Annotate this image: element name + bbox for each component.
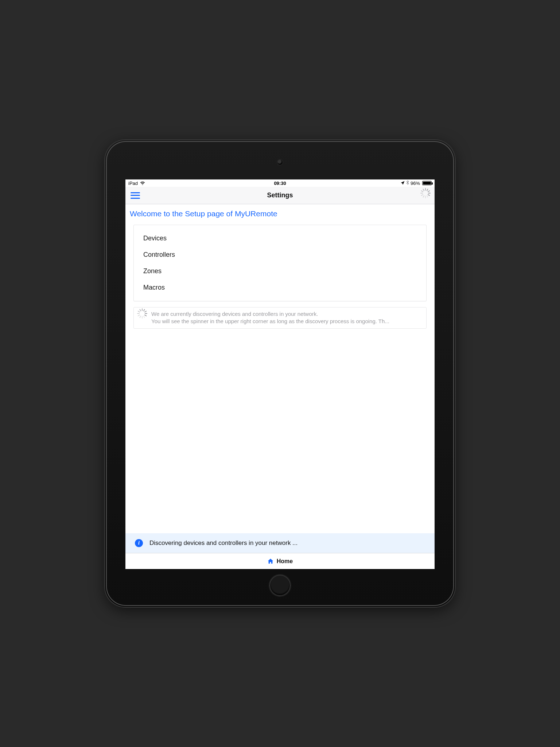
menu-item-controllers[interactable]: Controllers — [134, 247, 426, 263]
content-area: Welcome to the Setup page of MyURemote D… — [125, 204, 435, 533]
screen: iPad 09:30 96% Settings — [125, 179, 435, 569]
ipad-frame: iPad 09:30 96% Settings — [105, 140, 455, 607]
menu-button[interactable] — [131, 192, 140, 199]
navbar: Settings — [125, 187, 435, 204]
home-icon[interactable] — [267, 558, 274, 565]
device-label: iPad — [128, 181, 138, 186]
menu-item-devices[interactable]: Devices — [134, 230, 426, 247]
toast-message: Discovering devices and controllers in y… — [149, 539, 298, 547]
ios-status-bar: iPad 09:30 96% — [125, 179, 435, 187]
battery-icon — [422, 181, 432, 185]
tab-home-label[interactable]: Home — [277, 558, 293, 565]
discovery-info-card: We are currently discovering devices and… — [133, 307, 427, 329]
loading-spinner-icon — [138, 312, 146, 320]
setup-menu: Devices Controllers Zones Macros — [133, 225, 427, 301]
navbar-title: Settings — [267, 191, 293, 199]
welcome-heading: Welcome to the Setup page of MyURemote — [125, 204, 435, 225]
info-icon: i — [135, 539, 143, 547]
tab-bar: Home — [125, 553, 435, 569]
bluetooth-icon — [406, 180, 409, 186]
ipad-camera — [277, 160, 283, 165]
discovery-info-line2: You will see the spinner in the upper ri… — [151, 318, 422, 325]
location-icon — [401, 181, 405, 186]
loading-spinner-icon — [421, 191, 429, 200]
battery-percent: 96% — [411, 181, 420, 186]
menu-item-zones[interactable]: Zones — [134, 263, 426, 279]
status-time: 09:30 — [274, 181, 286, 186]
wifi-icon — [140, 181, 145, 186]
discovery-toast: i Discovering devices and controllers in… — [125, 533, 435, 553]
menu-item-macros[interactable]: Macros — [134, 279, 426, 296]
discovery-info-line1: We are currently discovering devices and… — [151, 310, 422, 318]
ipad-home-button[interactable] — [269, 575, 291, 596]
